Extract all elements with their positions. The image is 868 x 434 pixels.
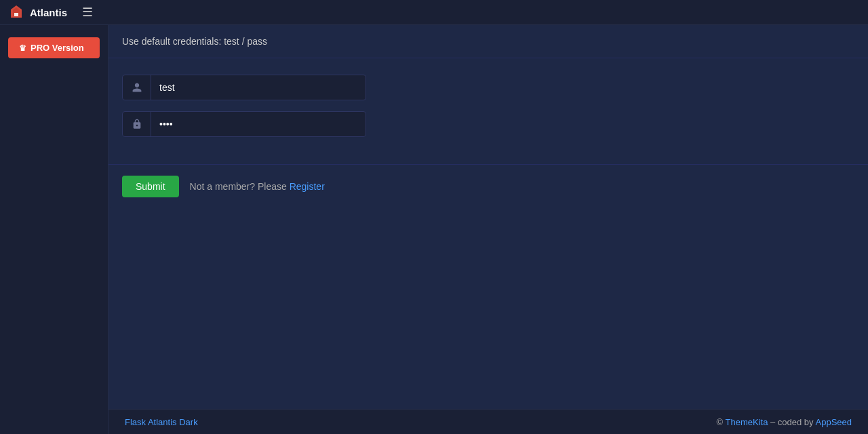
username-input[interactable] — [151, 75, 366, 100]
password-group — [122, 111, 366, 137]
main-layout: ♛ PRO Version Use default credentials: t… — [0, 25, 868, 434]
username-group — [122, 75, 366, 100]
main-content: Use default credentials: test / pass — [108, 25, 868, 409]
brand-name: Atlantis — [30, 7, 67, 18]
password-input[interactable] — [151, 112, 366, 136]
register-link[interactable]: Register — [290, 181, 325, 192]
themekita-link[interactable]: ThemeKita — [726, 417, 768, 427]
flask-atlantis-link[interactable]: Flask Atlantis Dark — [125, 417, 198, 427]
footer-left: Flask Atlantis Dark — [125, 416, 198, 427]
appseed-link[interactable]: AppSeed — [816, 417, 852, 427]
brand-link[interactable]: Atlantis — [8, 4, 67, 20]
user-icon — [123, 75, 151, 100]
footer: Flask Atlantis Dark © ThemeKita – coded … — [108, 409, 868, 434]
register-prompt: Not a member? Please Register — [190, 181, 325, 192]
svg-rect-2 — [14, 13, 18, 16]
pro-version-button[interactable]: ♛ PRO Version — [8, 37, 100, 58]
credentials-notice: Use default credentials: test / pass — [108, 25, 868, 58]
login-form — [108, 58, 868, 164]
brand-logo-icon — [8, 4, 24, 20]
sidebar: ♛ PRO Version — [0, 25, 108, 434]
navbar: Atlantis ☰ — [0, 0, 868, 25]
sidebar-toggle-button[interactable]: ☰ — [78, 3, 97, 21]
pro-version-label: PRO Version — [31, 43, 84, 53]
submit-button[interactable]: Submit — [122, 176, 179, 197]
form-actions: Submit Not a member? Please Register — [108, 164, 868, 208]
login-card: Use default credentials: test / pass — [108, 25, 868, 208]
crown-icon: ♛ — [19, 43, 26, 53]
footer-right: © ThemeKita – coded by AppSeed — [717, 417, 852, 427]
lock-icon — [123, 112, 151, 136]
